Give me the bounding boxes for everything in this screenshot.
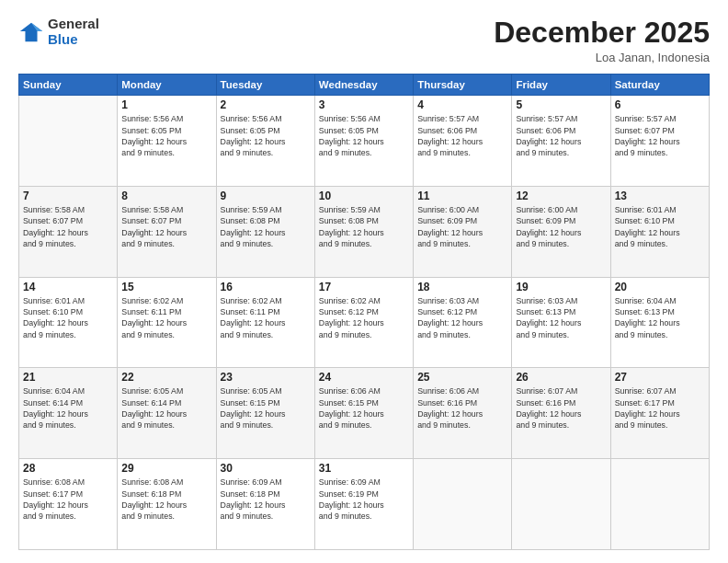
- day-number: 29: [121, 462, 211, 475]
- calendar-header-row: Sunday Monday Tuesday Wednesday Thursday…: [19, 75, 710, 96]
- table-row: 2Sunrise: 5:56 AMSunset: 6:05 PMDaylight…: [216, 96, 314, 187]
- logo: General Blue: [18, 17, 99, 47]
- day-info: Sunrise: 6:08 AMSunset: 6:18 PMDaylight:…: [121, 477, 211, 522]
- page: General Blue December 2025 Loa Janan, In…: [0, 0, 728, 563]
- day-number: 22: [121, 371, 211, 384]
- table-row: 13Sunrise: 6:01 AMSunset: 6:10 PMDayligh…: [610, 186, 709, 277]
- day-number: 12: [516, 190, 606, 202]
- table-row: 1Sunrise: 5:56 AMSunset: 6:05 PMDaylight…: [118, 96, 216, 187]
- table-row: 9Sunrise: 5:59 AMSunset: 6:08 PMDaylight…: [216, 186, 314, 277]
- day-info: Sunrise: 5:56 AMSunset: 6:05 PMDaylight:…: [319, 113, 409, 158]
- day-info: Sunrise: 5:56 AMSunset: 6:05 PMDaylight:…: [121, 113, 211, 158]
- logo-general: General: [48, 17, 99, 32]
- day-number: 17: [319, 281, 409, 293]
- day-info: Sunrise: 6:05 AMSunset: 6:14 PMDaylight:…: [121, 385, 211, 431]
- table-row: 10Sunrise: 5:59 AMSunset: 6:08 PMDayligh…: [314, 186, 413, 277]
- day-number: 30: [221, 462, 311, 475]
- day-info: Sunrise: 5:57 AMSunset: 6:06 PMDaylight:…: [417, 113, 507, 158]
- day-info: Sunrise: 6:07 AMSunset: 6:17 PMDaylight:…: [615, 385, 705, 431]
- calendar-week-row: 28Sunrise: 6:08 AMSunset: 6:17 PMDayligh…: [19, 459, 710, 550]
- table-row: 26Sunrise: 6:07 AMSunset: 6:16 PMDayligh…: [512, 368, 610, 459]
- day-number: 21: [23, 371, 113, 384]
- table-row: 11Sunrise: 6:00 AMSunset: 6:09 PMDayligh…: [414, 186, 512, 277]
- day-number: 13: [615, 190, 705, 202]
- calendar-week-row: 21Sunrise: 6:04 AMSunset: 6:14 PMDayligh…: [19, 368, 710, 459]
- day-info: Sunrise: 6:07 AMSunset: 6:16 PMDaylight:…: [516, 385, 606, 431]
- col-friday: Friday: [512, 75, 610, 96]
- table-row: 4Sunrise: 5:57 AMSunset: 6:06 PMDaylight…: [414, 96, 512, 187]
- day-info: Sunrise: 6:09 AMSunset: 6:18 PMDaylight:…: [221, 477, 311, 522]
- day-info: Sunrise: 6:00 AMSunset: 6:09 PMDaylight:…: [417, 204, 507, 249]
- day-info: Sunrise: 5:58 AMSunset: 6:07 PMDaylight:…: [23, 204, 113, 249]
- table-row: 31Sunrise: 6:09 AMSunset: 6:19 PMDayligh…: [314, 459, 413, 550]
- day-number: 15: [121, 281, 211, 293]
- day-info: Sunrise: 6:03 AMSunset: 6:12 PMDaylight:…: [417, 295, 507, 340]
- day-info: Sunrise: 6:02 AMSunset: 6:11 PMDaylight:…: [221, 295, 311, 340]
- table-row: 27Sunrise: 6:07 AMSunset: 6:17 PMDayligh…: [610, 368, 709, 459]
- svg-marker-0: [20, 22, 42, 41]
- table-row: 6Sunrise: 5:57 AMSunset: 6:07 PMDaylight…: [610, 96, 709, 187]
- table-row: 8Sunrise: 5:58 AMSunset: 6:07 PMDaylight…: [118, 186, 216, 277]
- table-row: 15Sunrise: 6:02 AMSunset: 6:11 PMDayligh…: [118, 277, 216, 368]
- logo-text: General Blue: [48, 17, 99, 47]
- table-row: 18Sunrise: 6:03 AMSunset: 6:12 PMDayligh…: [414, 277, 512, 368]
- table-row: 28Sunrise: 6:08 AMSunset: 6:17 PMDayligh…: [19, 459, 118, 550]
- day-info: Sunrise: 6:02 AMSunset: 6:11 PMDaylight:…: [121, 295, 211, 340]
- day-info: Sunrise: 5:57 AMSunset: 6:06 PMDaylight:…: [516, 113, 606, 158]
- table-row: 20Sunrise: 6:04 AMSunset: 6:13 PMDayligh…: [610, 277, 709, 368]
- day-number: 28: [23, 462, 113, 475]
- day-number: 31: [319, 462, 409, 475]
- day-info: Sunrise: 6:05 AMSunset: 6:15 PMDaylight:…: [221, 385, 311, 431]
- day-info: Sunrise: 6:09 AMSunset: 6:19 PMDaylight:…: [319, 477, 409, 522]
- table-row: [19, 96, 118, 187]
- table-row: 3Sunrise: 5:56 AMSunset: 6:05 PMDaylight…: [314, 96, 413, 187]
- table-row: 24Sunrise: 6:06 AMSunset: 6:15 PMDayligh…: [314, 368, 413, 459]
- col-monday: Monday: [118, 75, 216, 96]
- day-number: 7: [23, 190, 113, 202]
- day-info: Sunrise: 6:01 AMSunset: 6:10 PMDaylight:…: [23, 295, 113, 340]
- day-number: 8: [121, 190, 211, 202]
- table-row: 22Sunrise: 6:05 AMSunset: 6:14 PMDayligh…: [118, 368, 216, 459]
- table-row: 30Sunrise: 6:09 AMSunset: 6:18 PMDayligh…: [216, 459, 314, 550]
- table-row: 23Sunrise: 6:05 AMSunset: 6:15 PMDayligh…: [216, 368, 314, 459]
- day-number: 14: [23, 281, 113, 293]
- day-number: 26: [516, 371, 606, 384]
- day-number: 2: [221, 98, 311, 111]
- logo-bird-icon: [18, 19, 44, 45]
- day-info: Sunrise: 5:59 AMSunset: 6:08 PMDaylight:…: [221, 204, 311, 249]
- table-row: [610, 459, 709, 550]
- day-info: Sunrise: 5:58 AMSunset: 6:07 PMDaylight:…: [121, 204, 211, 249]
- day-number: 16: [221, 281, 311, 293]
- table-row: 12Sunrise: 6:00 AMSunset: 6:09 PMDayligh…: [512, 186, 610, 277]
- day-number: 27: [615, 371, 705, 384]
- calendar-table: Sunday Monday Tuesday Wednesday Thursday…: [18, 74, 710, 550]
- day-number: 18: [417, 281, 507, 293]
- col-saturday: Saturday: [610, 75, 709, 96]
- table-row: 17Sunrise: 6:02 AMSunset: 6:12 PMDayligh…: [314, 277, 413, 368]
- table-row: 29Sunrise: 6:08 AMSunset: 6:18 PMDayligh…: [118, 459, 216, 550]
- col-sunday: Sunday: [19, 75, 118, 96]
- day-number: 10: [319, 190, 409, 202]
- day-number: 25: [417, 371, 507, 384]
- day-info: Sunrise: 5:56 AMSunset: 6:05 PMDaylight:…: [221, 113, 311, 158]
- day-number: 9: [221, 190, 311, 202]
- table-row: 25Sunrise: 6:06 AMSunset: 6:16 PMDayligh…: [414, 368, 512, 459]
- col-thursday: Thursday: [414, 75, 512, 96]
- day-number: 4: [417, 98, 507, 111]
- day-info: Sunrise: 6:03 AMSunset: 6:13 PMDaylight:…: [516, 295, 606, 340]
- day-number: 24: [319, 371, 409, 384]
- table-row: 19Sunrise: 6:03 AMSunset: 6:13 PMDayligh…: [512, 277, 610, 368]
- day-number: 20: [615, 281, 705, 293]
- day-info: Sunrise: 6:08 AMSunset: 6:17 PMDaylight:…: [23, 477, 113, 522]
- table-row: [512, 459, 610, 550]
- day-number: 11: [417, 190, 507, 202]
- table-row: 14Sunrise: 6:01 AMSunset: 6:10 PMDayligh…: [19, 277, 118, 368]
- location-subtitle: Loa Janan, Indonesia: [494, 51, 710, 64]
- day-info: Sunrise: 6:04 AMSunset: 6:13 PMDaylight:…: [615, 295, 705, 340]
- day-number: 5: [516, 98, 606, 111]
- day-info: Sunrise: 6:06 AMSunset: 6:15 PMDaylight:…: [319, 385, 409, 431]
- day-number: 23: [221, 371, 311, 384]
- table-row: [414, 459, 512, 550]
- day-info: Sunrise: 6:00 AMSunset: 6:09 PMDaylight:…: [516, 204, 606, 249]
- col-tuesday: Tuesday: [216, 75, 314, 96]
